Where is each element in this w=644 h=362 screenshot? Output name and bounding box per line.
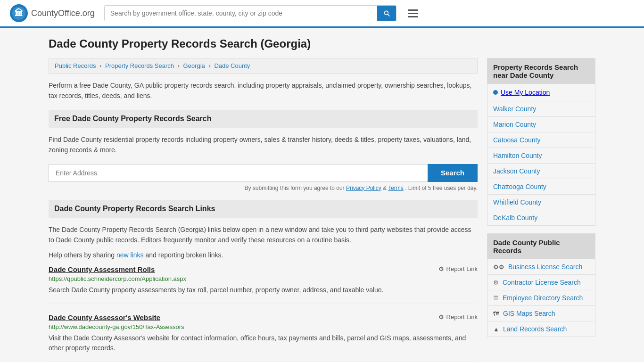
logo-text: CountyOffice.org: [31, 8, 95, 18]
dekalb-county-link[interactable]: DeKalb County: [493, 214, 537, 222]
catoosa-county-link[interactable]: Catoosa County: [493, 136, 540, 144]
terms-limit: . Limit of 5 free uses per day.: [405, 185, 478, 191]
breadcrumb-dade-county[interactable]: Dade County: [214, 62, 250, 69]
description-after: and reporting broken links.: [145, 251, 223, 259]
link-desc-1: Visit the Dade County Assessor's website…: [49, 333, 478, 353]
land-records-icon: ▲: [493, 326, 499, 333]
use-my-location-link[interactable]: Use My Location: [501, 89, 550, 96]
hamilton-county-link[interactable]: Hamilton County: [493, 152, 542, 159]
link-title-assessors-website[interactable]: Dade County Assessor's Website: [49, 313, 160, 321]
link-item-assessors-website: Dade County Assessor's Website ⚙ Report …: [49, 313, 478, 362]
gis-maps-icon: 🗺: [493, 310, 499, 317]
report-link-text-1: Report Link: [446, 313, 478, 321]
terms-text: By submitting this form you agree to our: [245, 185, 345, 191]
link-item-assessment-rolls: Dade County Assessment Rolls ⚙ Report Li…: [49, 265, 478, 304]
breadcrumb-georgia[interactable]: Georgia: [183, 62, 205, 69]
nearby-counties-section: Property Records Search near Dade County…: [487, 58, 595, 226]
breadcrumb: Public Records › Property Records Search…: [49, 58, 478, 74]
link-title-assessment-rolls[interactable]: Dade County Assessment Rolls: [49, 265, 155, 273]
menu-hamburger-button[interactable]: [406, 8, 420, 19]
contractor-license-icon: ⚙: [493, 279, 499, 286]
share-text: Help others by sharing: [49, 251, 115, 259]
site-header: 🏛 CountyOffice.org: [0, 0, 644, 28]
land-records-link[interactable]: Land Records Search: [503, 325, 567, 333]
global-search-bar: [104, 5, 396, 21]
links-description-share: Help others by sharing new links and rep…: [49, 250, 478, 260]
free-search-description: Find Dade County residential property re…: [49, 134, 478, 156]
employee-directory-link[interactable]: Employee Directory Search: [503, 294, 583, 302]
sidebar-item-dekalb[interactable]: DeKalb County: [487, 210, 595, 225]
link-url-1[interactable]: http://www.dadecounty-ga.gov/150/Tax-Ass…: [49, 323, 478, 330]
link-desc-0: Search Dade County property assessments …: [49, 285, 478, 295]
employee-directory-icon: ☰: [493, 295, 499, 302]
jackson-county-link[interactable]: Jackson County: [493, 167, 540, 175]
address-search-form: Search By submitting this form you agree…: [49, 164, 478, 191]
sidebar-item-jackson[interactable]: Jackson County: [487, 164, 595, 179]
chattooga-county-link[interactable]: Chattooga County: [493, 183, 546, 190]
new-links-link[interactable]: new links: [116, 251, 144, 259]
sidebar-contractor-license[interactable]: ⚙ Contractor License Search: [487, 275, 595, 290]
sidebar: Property Records Search near Dade County…: [487, 58, 595, 362]
contractor-license-link[interactable]: Contractor License Search: [503, 279, 581, 286]
logo-icon: 🏛: [9, 4, 28, 23]
global-search-input[interactable]: [105, 6, 377, 21]
public-records-heading: Dade County Public Records: [487, 234, 595, 259]
public-records-section: Dade County Public Records ⚙⚙ Business L…: [487, 233, 595, 337]
link-item-header: Dade County Assessment Rolls ⚙ Report Li…: [49, 265, 478, 273]
sidebar-item-marion[interactable]: Marion County: [487, 117, 595, 132]
sidebar-item-hamilton[interactable]: Hamilton County: [487, 148, 595, 164]
report-link-icon-1: ⚙: [438, 313, 444, 321]
page-wrapper: Dade County Property Records Search (Geo…: [39, 28, 605, 362]
breadcrumb-public-records[interactable]: Public Records: [55, 62, 96, 69]
search-links-heading: Dade County Property Records Search Link…: [49, 200, 478, 218]
search-links-section: Dade County Property Records Search Link…: [49, 200, 478, 362]
report-link-button-0[interactable]: ⚙ Report Link: [438, 265, 478, 272]
link-item-header-1: Dade County Assessor's Website ⚙ Report …: [49, 313, 478, 321]
privacy-policy-link[interactable]: Privacy Policy: [346, 185, 381, 191]
sidebar-employee-directory[interactable]: ☰ Employee Directory Search: [487, 290, 595, 306]
link-url-0[interactable]: https://qpublic.schneidercorp.com/Applic…: [49, 275, 478, 282]
sidebar-item-walker[interactable]: Walker County: [487, 101, 595, 117]
address-input[interactable]: [49, 164, 428, 182]
sidebar-item-chattooga[interactable]: Chattooga County: [487, 179, 595, 195]
free-search-heading: Free Dade County Property Records Search: [49, 110, 478, 128]
sidebar-item-catoosa[interactable]: Catoosa County: [487, 132, 595, 148]
global-search-button[interactable]: [377, 6, 396, 21]
address-search-row: Search: [49, 164, 478, 182]
breadcrumb-property-records-search[interactable]: Property Records Search: [105, 62, 174, 69]
terms-link[interactable]: Terms: [388, 185, 404, 191]
svg-text:🏛: 🏛: [15, 8, 23, 18]
main-layout: Public Records › Property Records Search…: [49, 58, 595, 362]
terms-and: &: [383, 185, 388, 191]
logo-name: CountyOffice: [31, 8, 80, 18]
main-content: Public Records › Property Records Search…: [49, 58, 478, 362]
report-link-button-1[interactable]: ⚙ Report Link: [438, 313, 478, 321]
location-dot-icon: [493, 90, 498, 95]
logo[interactable]: 🏛 CountyOffice.org: [9, 4, 95, 23]
sidebar-land-records[interactable]: ▲ Land Records Search: [487, 321, 595, 337]
report-link-icon: ⚙: [438, 265, 444, 272]
search-icon: [383, 9, 390, 17]
nearby-counties-heading: Property Records Search near Dade County: [487, 58, 595, 84]
use-my-location-item[interactable]: Use My Location: [487, 84, 595, 101]
whitfield-county-link[interactable]: Whitfield County: [493, 198, 541, 206]
sidebar-item-whitfield[interactable]: Whitfield County: [487, 195, 595, 210]
sidebar-gis-maps[interactable]: 🗺 GIS Maps Search: [487, 306, 595, 321]
report-link-text-0: Report Link: [446, 265, 478, 272]
page-title: Dade County Property Records Search (Geo…: [49, 37, 595, 50]
main-description: Perform a free Dade County, GA public pr…: [49, 80, 478, 101]
walker-county-link[interactable]: Walker County: [493, 105, 536, 113]
address-search-button[interactable]: Search: [428, 164, 478, 182]
logo-suffix: .org: [80, 8, 95, 18]
marion-county-link[interactable]: Marion County: [493, 121, 536, 128]
form-terms: By submitting this form you agree to our…: [49, 185, 478, 191]
business-license-link[interactable]: Business License Search: [508, 263, 582, 271]
hamburger-icon: [408, 9, 418, 17]
links-description-before: The Dade County Property Records Search …: [49, 224, 478, 246]
business-license-icon: ⚙⚙: [493, 263, 504, 271]
gis-maps-link[interactable]: GIS Maps Search: [503, 310, 555, 317]
sidebar-business-license[interactable]: ⚙⚙ Business License Search: [487, 259, 595, 275]
